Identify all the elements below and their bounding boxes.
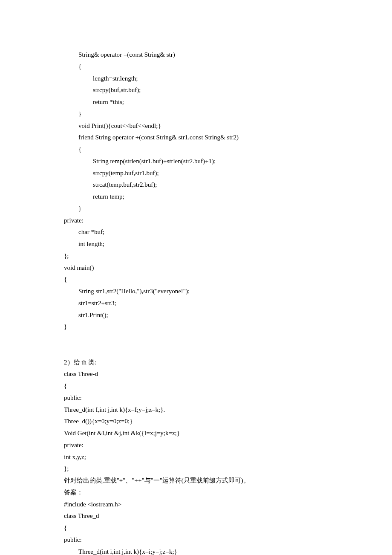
- code-line: strcpy(temp.buf,str1.buf);: [64, 168, 328, 179]
- code-line: str1.Print();: [64, 309, 328, 321]
- code-line: str1=str2+str3;: [64, 298, 328, 309]
- code-line: 2）给 th 类:: [64, 357, 328, 369]
- code-line: return *this;: [64, 96, 328, 108]
- code-line: 答案：: [64, 487, 328, 499]
- code-line: char *buf;: [64, 226, 328, 238]
- code-line: String& operator =(const String& str): [64, 49, 328, 61]
- code-line: };: [64, 250, 328, 262]
- code-line: }: [64, 321, 328, 333]
- code-line: Three_d()){x=0;y=0;z=0;}: [64, 416, 328, 428]
- code-line: [64, 333, 328, 345]
- code-line: {: [64, 144, 328, 156]
- code-line: 针对给出的类,重载"+"、"++"与"一"运算符(只重载前缀方式即可)。: [64, 475, 328, 487]
- code-line: }: [64, 108, 328, 120]
- code-line: {: [64, 274, 328, 286]
- code-line: strcpy(buf,str.buf);: [64, 84, 328, 96]
- code-line: {: [64, 522, 328, 534]
- code-line: private:: [64, 215, 328, 227]
- code-line: private:: [64, 439, 328, 451]
- code-line: void Print(){cout<<buf<<endl;}: [64, 120, 328, 132]
- code-line: };: [64, 463, 328, 475]
- code-line: int length;: [64, 238, 328, 250]
- code-line: public:: [64, 392, 328, 404]
- code-line: int x,y,z;: [64, 451, 328, 463]
- code-line: class Three_d: [64, 510, 328, 522]
- document-content: String& operator =(const String& str){le…: [64, 49, 328, 555]
- code-line: length=str.length;: [64, 73, 328, 85]
- code-line: friend String operator +(const String& s…: [64, 132, 328, 144]
- code-line: String str1,str2("Hello,"),str3("everyon…: [64, 286, 328, 298]
- code-line: Three_d(int i,int j,int k){x=i;y=j;z=k;}: [64, 546, 328, 555]
- code-line: {: [64, 380, 328, 392]
- code-line: return temp;: [64, 191, 328, 203]
- code-line: public:: [64, 534, 328, 546]
- code-line: void main(): [64, 262, 328, 274]
- code-line: }: [64, 203, 328, 215]
- code-line: #include <iostream.h>: [64, 499, 328, 511]
- code-line: {: [64, 61, 328, 73]
- code-line: Void Get(int &I,int &j,int &k({I=x;j=y;k…: [64, 428, 328, 439]
- code-line: [64, 345, 328, 357]
- code-line: Three_d(int I,int j,int k){x=I;y=j;z=k;}…: [64, 404, 328, 416]
- code-line: String temp(strlen(str1.buf)+strlen(str2…: [64, 156, 328, 168]
- code-line: class Three-d: [64, 368, 328, 380]
- code-line: strcat(temp.buf,str2.buf);: [64, 179, 328, 191]
